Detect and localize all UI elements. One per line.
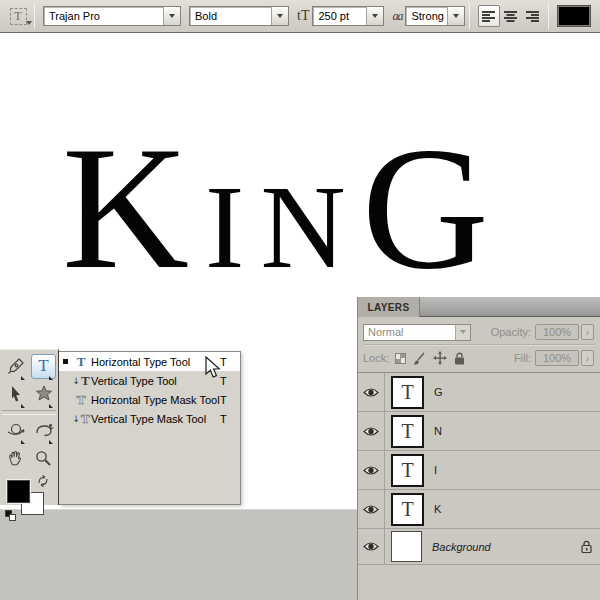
font-style-dropdown-button[interactable] [271, 7, 288, 25]
layer-name[interactable]: Background [432, 541, 491, 553]
menu-item-vertical-type-mask-tool[interactable]: ↓T Vertical Type Mask Tool T [59, 409, 240, 428]
flyout-indicator [21, 436, 25, 444]
align-left-icon [482, 10, 496, 23]
layer-thumbnail[interactable]: T [391, 454, 424, 487]
font-family-value: Trajan Pro [44, 10, 163, 22]
horizontal-type-mask-icon: T [71, 392, 91, 408]
menu-item-label: Vertical Type Tool [91, 375, 220, 387]
vertical-type-icon: ↓T [71, 373, 91, 389]
layer-name[interactable]: I [434, 464, 437, 476]
blend-mode-dropdown-button[interactable] [455, 325, 470, 340]
layer-row-i[interactable]: T I [358, 451, 600, 490]
anti-alias-dropdown-button[interactable] [447, 7, 464, 25]
pen-tool-button[interactable] [2, 352, 29, 380]
visibility-toggle[interactable] [358, 412, 385, 450]
opacity-label: Opacity: [491, 326, 535, 338]
lock-all-icon[interactable] [454, 352, 465, 365]
font-family-dropdown-button[interactable] [163, 7, 180, 25]
visibility-toggle[interactable] [358, 373, 385, 411]
layer-row-k[interactable]: T K [358, 490, 600, 529]
chevron-down-icon [26, 21, 32, 25]
menu-item-horizontal-type-mask-tool[interactable]: T Horizontal Type Mask Tool T [59, 390, 240, 409]
opacity-slider-button[interactable]: › [581, 324, 594, 340]
anti-alias-icon: aa [392, 9, 402, 24]
font-size-select[interactable]: 250 pt [312, 6, 384, 26]
divider [34, 3, 35, 29]
visibility-toggle[interactable] [358, 451, 385, 489]
eye-icon [363, 504, 379, 515]
menu-item-label: Vertical Type Mask Tool [91, 413, 220, 425]
text-color-swatch[interactable] [557, 5, 591, 27]
visibility-toggle[interactable] [358, 529, 385, 564]
layer-row-background[interactable]: Background [358, 529, 600, 565]
blend-mode-value: Normal [364, 326, 455, 338]
panel-tab-bar: LAYERS [358, 297, 600, 317]
visibility-toggle[interactable] [358, 490, 385, 528]
foreground-color-swatch[interactable] [7, 480, 30, 503]
layer-list: T G T N T I T K [358, 373, 600, 565]
tab-layers[interactable]: LAYERS [358, 297, 420, 317]
default-colors-icon[interactable] [5, 510, 16, 521]
text-alignment-group [478, 5, 544, 27]
layer-locked-icon [581, 540, 592, 553]
font-size-icon: tT [297, 8, 309, 24]
chevron-down-icon [372, 14, 378, 18]
fill-label: Fill: [514, 352, 535, 364]
lock-transparency-icon[interactable] [395, 353, 406, 364]
active-tool-bullet [59, 359, 71, 364]
blend-mode-select[interactable]: Normal [363, 324, 471, 341]
layer-row-n[interactable]: T N [358, 412, 600, 451]
chevron-down-icon [277, 14, 283, 18]
layer-thumbnail[interactable]: T [391, 415, 424, 448]
hand-tool-button[interactable] [2, 444, 29, 472]
chevron-down-icon [169, 14, 175, 18]
menu-item-label: Horizontal Type Mask Tool [91, 394, 220, 406]
font-style-value: Bold [190, 10, 271, 22]
canvas-letter: G [362, 110, 505, 305]
type-tool-preset-icon: T [10, 8, 27, 25]
lock-position-icon[interactable] [433, 351, 447, 365]
chevron-down-icon [453, 14, 459, 18]
3d-rotate-tool-button[interactable] [2, 416, 29, 444]
font-size-dropdown-button[interactable] [366, 7, 383, 25]
flyout-indicator [21, 400, 25, 408]
type-tool-button[interactable]: T [30, 352, 57, 380]
menu-item-shortcut: T [220, 413, 240, 425]
default-background-chip [9, 514, 16, 521]
layer-thumbnail[interactable] [391, 531, 422, 562]
eye-icon [363, 541, 379, 552]
opacity-value[interactable]: 100% [535, 324, 579, 340]
flyout-indicator [49, 436, 53, 444]
mouse-cursor-icon [205, 356, 223, 382]
divider [548, 3, 549, 29]
layer-name[interactable]: K [434, 503, 441, 515]
font-style-select[interactable]: Bold [189, 6, 289, 26]
custom-shape-tool-button[interactable] [30, 380, 57, 408]
align-center-button[interactable] [500, 5, 522, 27]
canvas-letter: N [260, 162, 361, 293]
fill-slider-button[interactable]: › [581, 350, 594, 366]
align-center-icon [504, 10, 518, 23]
3d-orbit-tool-button[interactable] [30, 416, 57, 444]
align-right-button[interactable] [522, 5, 544, 27]
layer-row-g[interactable]: T G [358, 373, 600, 412]
layer-name[interactable]: G [434, 386, 443, 398]
font-family-select[interactable]: Trajan Pro [43, 6, 181, 26]
align-left-button[interactable] [478, 5, 500, 27]
direct-selection-tool-button[interactable] [2, 380, 29, 408]
eye-icon [363, 387, 379, 398]
fill-value[interactable]: 100% [535, 350, 579, 366]
anti-alias-select[interactable]: Strong [405, 6, 465, 26]
flyout-indicator [49, 372, 53, 380]
tool-preset-picker[interactable]: T [6, 5, 30, 27]
layer-thumbnail[interactable]: T [391, 493, 424, 526]
lock-paint-brush-icon[interactable] [413, 352, 426, 365]
swap-colors-icon[interactable] [36, 474, 50, 489]
canvas-letter: I [205, 162, 260, 293]
layer-name[interactable]: N [434, 425, 442, 437]
align-right-icon [526, 10, 540, 23]
zoom-tool-button[interactable] [30, 444, 57, 472]
menu-item-label: Horizontal Type Tool [91, 356, 220, 368]
eye-icon [363, 426, 379, 437]
layer-thumbnail[interactable]: T [391, 376, 424, 409]
